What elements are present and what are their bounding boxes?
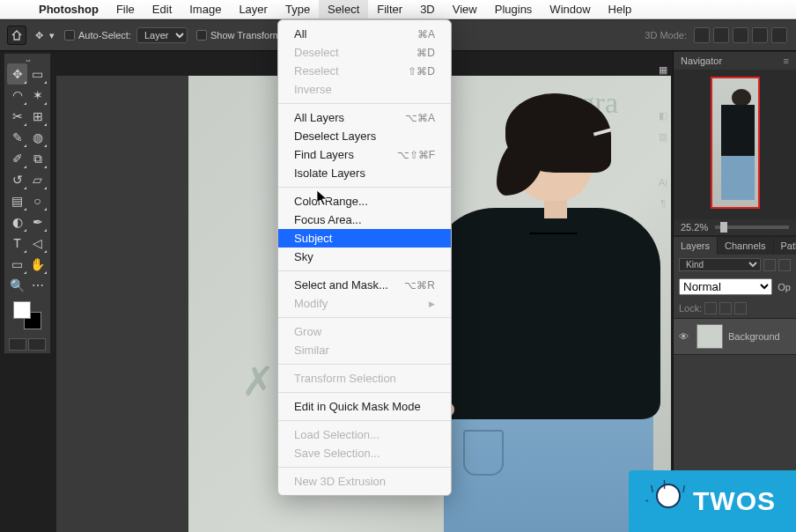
menu-plugins[interactable]: Plugins <box>486 0 542 18</box>
navigator-zoom-slider[interactable] <box>715 225 789 229</box>
tool-eyedropper[interactable]: ✎ <box>7 127 27 148</box>
menu-item-sky[interactable]: Sky <box>278 248 451 266</box>
menu-separator <box>278 392 451 393</box>
menu-photoshop[interactable]: Photoshop <box>30 0 107 18</box>
navigator-thumbnail[interactable] <box>674 70 796 219</box>
apple-icon[interactable] <box>9 3 23 17</box>
threeD-icon-5[interactable] <box>771 27 787 43</box>
tool-path[interactable]: ◁ <box>27 233 48 254</box>
tab-layers[interactable]: Layers <box>674 237 718 255</box>
menu-type[interactable]: Type <box>276 0 319 18</box>
layer-row-background[interactable]: 👁 Background <box>674 318 796 354</box>
menu-layer[interactable]: Layer <box>230 0 276 18</box>
menu-help[interactable]: Help <box>600 0 641 18</box>
menu-file[interactable]: File <box>107 0 144 18</box>
tool-artboard[interactable]: ▭ <box>27 63 48 85</box>
menu-item-grow: Grow <box>278 322 451 341</box>
layer-thumbnail[interactable] <box>696 324 723 349</box>
threeD-icon-2[interactable] <box>713 27 729 43</box>
menu-item-find-layers[interactable]: Find Layers⌥⇧⌘F <box>278 145 451 164</box>
tool-brush[interactable]: ✐ <box>7 148 27 169</box>
menu-item-isolate-layers[interactable]: Isolate Layers <box>278 164 451 182</box>
color-swatches[interactable] <box>13 301 41 329</box>
menu-edit[interactable]: Edit <box>144 0 181 18</box>
auto-select-checkbox[interactable] <box>64 30 75 41</box>
collapsed-panel-strip: ▦ ◧ ▥ A| ¶ <box>654 60 672 215</box>
menu-view[interactable]: View <box>444 0 486 18</box>
layer-filter-kind[interactable]: Kind <box>679 258 761 271</box>
swatches-icon[interactable]: ▥ <box>654 127 672 146</box>
menu-item-deselect-layers[interactable]: Deselect Layers <box>278 127 451 145</box>
menu-item-inverse: Inverse <box>278 80 451 99</box>
tab-channels[interactable]: Channels <box>718 237 773 255</box>
tool-edit-toolbar[interactable]: ⋯ <box>27 275 48 296</box>
gallery-icon[interactable]: ▦ <box>654 60 672 79</box>
navigator-zoom-value[interactable]: 25.2% <box>681 222 708 233</box>
tool-lasso[interactable]: ◠ <box>7 85 27 106</box>
threeD-icon-3[interactable] <box>733 27 748 43</box>
menu-item-subject[interactable]: Subject <box>278 229 451 248</box>
tool-magic-wand[interactable]: ✶ <box>27 85 48 106</box>
tool-type[interactable]: T <box>7 233 27 254</box>
menu-item-focus-area[interactable]: Focus Area... <box>278 211 451 229</box>
menu-item-all[interactable]: All⌘A <box>278 25 451 43</box>
tool-preset-dropdown[interactable]: ▾ <box>47 30 57 41</box>
lock-pixels-icon[interactable] <box>704 302 717 314</box>
tool-rectangle[interactable]: ▭ <box>7 254 27 275</box>
lock-position-icon[interactable] <box>719 302 732 314</box>
lock-all-icon[interactable] <box>734 302 747 314</box>
screen-mode-standard[interactable] <box>9 338 26 351</box>
menu-item-edit-in-quick-mask-mode[interactable]: Edit in Quick Mask Mode <box>278 397 451 416</box>
tool-pen[interactable]: ✒ <box>27 211 48 233</box>
menu-item-color-range[interactable]: Color Range... <box>278 192 451 211</box>
type-panel-icon[interactable]: A| <box>654 173 672 192</box>
menu-3d[interactable]: 3D <box>411 0 444 18</box>
menu-item-similar: Similar <box>278 341 451 359</box>
menu-image[interactable]: Image <box>181 0 230 18</box>
move-tool-icon: ✥ <box>35 30 43 41</box>
tool-hand[interactable]: ✋ <box>27 254 48 275</box>
tool-clone[interactable]: ⧉ <box>27 148 48 169</box>
blend-mode-select[interactable]: Normal <box>679 278 772 295</box>
screen-mode-quick-mask[interactable] <box>28 338 46 351</box>
menu-separator <box>278 187 451 188</box>
tool-history-brush[interactable]: ↺ <box>7 169 27 190</box>
filter-icon-1[interactable] <box>763 259 776 271</box>
menu-item-all-layers[interactable]: All Layers⌥⌘A <box>278 108 451 127</box>
menu-separator <box>278 103 451 104</box>
toolbox-grip[interactable]: •• <box>7 56 49 63</box>
menu-separator <box>278 270 451 271</box>
menu-item-select-and-mask[interactable]: Select and Mask...⌥⌘R <box>278 276 451 294</box>
menu-window[interactable]: Window <box>541 0 599 18</box>
filter-icon-2[interactable] <box>778 259 791 271</box>
toolbox: •• ✥▭ ◠✶ ✂⊞ ✎◍ ✐⧉ ↺▱ ▤○ ◐✒ T◁ ▭✋ 🔍⋯ <box>4 53 51 354</box>
visibility-icon[interactable]: 👁 <box>679 331 691 342</box>
navigator-menu-icon[interactable]: ≡ <box>784 55 789 66</box>
tool-eraser[interactable]: ▱ <box>27 169 48 190</box>
home-button[interactable] <box>7 26 26 45</box>
menu-filter[interactable]: Filter <box>368 0 411 18</box>
menu-item-new-3d-extrusion: New 3D Extrusion <box>278 472 451 491</box>
tool-spot-heal[interactable]: ◍ <box>27 127 48 148</box>
tool-move[interactable]: ✥ <box>7 63 27 85</box>
opacity-label: Op <box>778 282 791 292</box>
show-transform-checkbox[interactable] <box>196 30 207 41</box>
threeD-icon-1[interactable] <box>694 27 710 43</box>
tool-dodge[interactable]: ◐ <box>7 211 27 233</box>
tool-crop[interactable]: ✂ <box>7 106 27 127</box>
tool-zoom[interactable]: 🔍 <box>7 275 27 296</box>
watermark-text: TWOS <box>693 486 776 516</box>
foreground-color[interactable] <box>13 301 31 319</box>
auto-select-target[interactable]: Layer <box>136 27 188 43</box>
color-icon[interactable]: ◧ <box>654 106 672 125</box>
threeD-mode-label: 3D Mode: <box>645 30 687 41</box>
tool-blur[interactable]: ○ <box>27 190 48 211</box>
threeD-icon-4[interactable] <box>752 27 768 43</box>
menu-select[interactable]: Select <box>319 0 368 18</box>
navigator-panel: Navigator≡ 25.2% <box>674 51 796 236</box>
paragraph-icon[interactable]: ¶ <box>654 194 672 213</box>
tool-gradient[interactable]: ▤ <box>7 190 27 211</box>
tab-paths[interactable]: Paths <box>774 237 796 255</box>
watermark-badge: | \ / - TWOS <box>629 470 796 532</box>
tool-frame[interactable]: ⊞ <box>27 106 48 127</box>
